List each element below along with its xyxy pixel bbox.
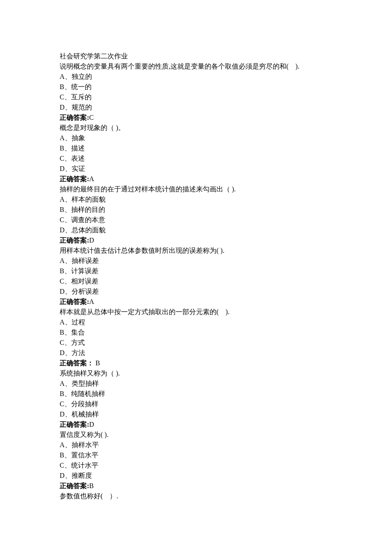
question-option: A、样本的面貌 (60, 194, 332, 205)
question-stem: 置信度又称为( ). (60, 430, 332, 440)
question-option: C、分段抽样 (60, 399, 332, 409)
question-stem: 用样本统计值去估计总体参数值时所出现的误差称为( ). (60, 246, 332, 256)
question-stem: 样本就是从总体中按一定方式抽取出的一部分元素的( ). (60, 307, 332, 317)
question-option: C、相对误差 (60, 276, 332, 286)
question-stem: 概念是对现象的（ )。 (60, 123, 332, 133)
questions-container: 说明概念的变量具有两个重要的性质,这就是变量的各个取值必须是穷尽的和( ).A、… (60, 61, 332, 501)
question-stem: 系统抽样又称为（ ). (60, 368, 332, 379)
answer-value: A (89, 298, 94, 305)
question-option: A、类型抽样 (60, 379, 332, 389)
answer-label: 正确答案: (60, 298, 89, 305)
answer-line: 正确答案： B (60, 358, 332, 368)
question-option: B、统一的 (60, 82, 332, 92)
question-option: B、计算误差 (60, 266, 332, 276)
question-option: A、过程 (60, 317, 332, 327)
answer-label: 正确答案： (60, 359, 94, 367)
question-option: D、规范的 (60, 102, 332, 113)
question-option: B、纯随机抽样 (60, 389, 332, 399)
answer-value: D (89, 421, 94, 428)
question-option: B、置信水平 (60, 450, 332, 460)
question-stem: 抽样的最终目的在于通过对样本统计值的描述来勾画出（ ). (60, 184, 332, 194)
answer-line: 正确答案:D (60, 419, 332, 430)
question-option: A、独立的 (60, 72, 332, 82)
question-option: B、集合 (60, 327, 332, 338)
answer-label: 正确答案: (60, 237, 89, 244)
answer-label: 正确答案: (60, 482, 89, 489)
answer-label: 正确答案: (60, 421, 89, 428)
question-stem: 说明概念的变量具有两个重要的性质,这就是变量的各个取值必须是穷尽的和( ). (60, 61, 332, 72)
answer-line: 正确答案:D (60, 235, 332, 246)
answer-value: B (89, 482, 94, 489)
question-option: D、机械抽样 (60, 409, 332, 419)
answer-value: D (89, 237, 94, 244)
answer-label: 正确答案: (60, 175, 89, 182)
answer-line: 正确答案:A (60, 297, 332, 307)
answer-value: C (89, 114, 94, 121)
question-option: C、统计水平 (60, 460, 332, 471)
answer-line: 正确答案:C (60, 113, 332, 123)
answer-label: 正确答案: (60, 114, 89, 121)
question-option: D、方法 (60, 348, 332, 358)
question-option: D、分析误差 (60, 286, 332, 297)
answer-value: A (89, 175, 94, 182)
question-option: C、调查的本意 (60, 215, 332, 225)
answer-value: B (94, 359, 100, 367)
question-option: C、互斥的 (60, 92, 332, 102)
question-option: D、推断度 (60, 471, 332, 481)
document-title: 社会研究学第二次作业 (60, 51, 332, 61)
question-option: D、总体的面貌 (60, 225, 332, 235)
question-option: C、方式 (60, 338, 332, 348)
question-option: A、抽样误差 (60, 256, 332, 266)
question-stem: 参数值也称好( ）. (60, 491, 332, 501)
question-option: B、描述 (60, 143, 332, 153)
answer-line: 正确答案:A (60, 174, 332, 184)
question-option: C、表述 (60, 153, 332, 164)
answer-line: 正确答案:B (60, 481, 332, 491)
question-option: B、抽样的目的 (60, 205, 332, 215)
question-option: D、实证 (60, 164, 332, 174)
question-option: A、抽样水平 (60, 440, 332, 450)
question-option: A、抽象 (60, 133, 332, 143)
